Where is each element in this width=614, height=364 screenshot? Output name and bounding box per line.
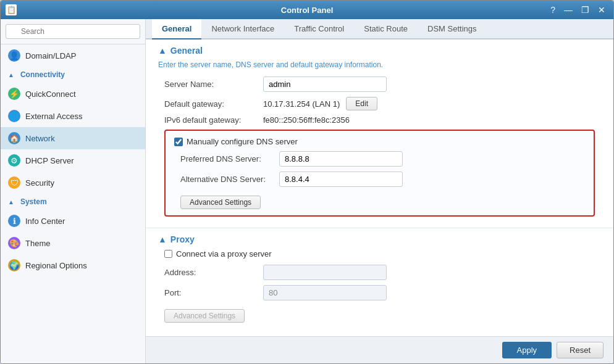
dns-checkbox[interactable] — [174, 138, 183, 146]
content-area: General Network Interface Traffic Contro… — [146, 19, 613, 363]
sidebar-section-connectivity: ▲ Connectivity — [1, 67, 145, 83]
default-gateway-label: Default gateway: — [164, 99, 263, 109]
dns-configuration-box: Manually configure DNS server Preferred … — [164, 130, 595, 217]
proxy-address-row: Address: — [158, 265, 601, 280]
sidebar-label-external-access: External Access — [25, 112, 83, 121]
theme-icon: 🎨 — [8, 237, 20, 249]
sidebar-item-info-center[interactable]: ℹ Info Center — [1, 210, 145, 232]
sidebar-item-quickconnect[interactable]: ⚡ QuickConnect — [1, 83, 145, 105]
proxy-port-row: Port: — [158, 285, 601, 300]
default-gateway-value: 10.17.31.254 (LAN 1) — [263, 99, 340, 109]
alternative-dns-label: Alternative DNS Server: — [180, 175, 279, 184]
sidebar-label-network: Network — [25, 134, 55, 143]
apply-button[interactable]: Apply — [502, 342, 552, 358]
proxy-section-title: ▲ Proxy — [158, 234, 601, 244]
dns-checkbox-label[interactable]: Manually configure DNS server — [187, 137, 298, 146]
titlebar-controls: ? — ❐ ✕ — [547, 4, 608, 16]
sidebar-label-info-center: Info Center — [25, 217, 65, 226]
search-input[interactable] — [6, 24, 140, 39]
proxy-address-input[interactable] — [263, 265, 387, 280]
sidebar-item-dhcp-server[interactable]: ⚙ DHCP Server — [1, 149, 145, 172]
general-section: ▲ General Enter the server name, DNS ser… — [146, 39, 613, 228]
sidebar-item-theme[interactable]: 🎨 Theme — [1, 232, 145, 254]
preferred-dns-input[interactable] — [279, 151, 403, 167]
proxy-advanced-settings-button[interactable]: Advanced Settings — [164, 309, 245, 323]
sidebar-item-domain-ldap[interactable]: 👤 Domain/LDAP — [1, 44, 145, 67]
sidebar-search-container: 🔍 — [1, 19, 145, 44]
collapse-general-icon[interactable]: ▲ — [158, 46, 167, 56]
edit-gateway-button[interactable]: Edit — [346, 97, 377, 110]
proxy-section: ▲ Proxy Connect via a proxy server Addre… — [146, 228, 613, 329]
proxy-connect-label[interactable]: Connect via a proxy server — [176, 249, 272, 259]
sidebar-label-theme: Theme — [25, 239, 50, 248]
proxy-address-label: Address: — [164, 268, 263, 277]
tab-bar: General Network Interface Traffic Contro… — [146, 19, 613, 39]
search-wrap: 🔍 — [6, 24, 140, 39]
regional-icon: 🌍 — [8, 259, 20, 271]
dhcp-icon: ⚙ — [8, 154, 20, 167]
general-section-title: ▲ General — [158, 46, 601, 56]
sidebar-label-dhcp-server: DHCP Server — [25, 156, 74, 165]
network-icon: 🏠 — [8, 132, 20, 144]
alternative-dns-input[interactable] — [279, 172, 403, 187]
app-icon: 📋 — [6, 4, 17, 15]
minimize-button[interactable]: — — [561, 4, 576, 16]
dns-checkbox-row[interactable]: Manually configure DNS server — [174, 137, 585, 146]
help-button[interactable]: ? — [547, 4, 558, 16]
ipv6-label: IPv6 default gateway: — [164, 115, 263, 125]
tab-traffic-control[interactable]: Traffic Control — [284, 19, 354, 39]
server-name-label: Server Name: — [164, 80, 263, 89]
maximize-button[interactable]: ❐ — [578, 4, 592, 16]
preferred-dns-label: Preferred DNS Server: — [180, 154, 279, 163]
general-title-text: General — [170, 46, 203, 56]
info-center-icon: ℹ — [8, 215, 20, 227]
server-name-row: Server Name: — [158, 77, 601, 92]
tab-dsm-settings[interactable]: DSM Settings — [418, 19, 486, 39]
sidebar-item-security[interactable]: 🛡 Security — [1, 172, 145, 194]
close-button[interactable]: ✕ — [595, 4, 608, 16]
sidebar-item-network[interactable]: 🏠 Network — [1, 127, 145, 149]
tab-content: ▲ General Enter the server name, DNS ser… — [146, 39, 613, 336]
dns-advanced-settings-button[interactable]: Advanced Settings — [180, 196, 261, 209]
main-content: 🔍 👤 Domain/LDAP ▲ Connectivity ⚡ QuickCo… — [1, 19, 613, 363]
ipv6-value: fe80::250:56ff:fe8c:2356 — [263, 115, 350, 125]
tab-static-route[interactable]: Static Route — [354, 19, 418, 39]
connectivity-label: Connectivity — [20, 70, 65, 79]
reset-button[interactable]: Reset — [557, 342, 603, 358]
tab-general[interactable]: General — [152, 19, 201, 39]
connectivity-chevron: ▲ — [8, 72, 14, 78]
sidebar-label-quickconnect: QuickConnect — [25, 89, 76, 99]
proxy-connect-row[interactable]: Connect via a proxy server — [158, 249, 601, 259]
sidebar-label-regional-options: Regional Options — [25, 261, 87, 270]
sidebar-item-regional-options[interactable]: 🌍 Regional Options — [1, 254, 145, 276]
proxy-checkbox[interactable] — [164, 250, 172, 258]
preferred-dns-row: Preferred DNS Server: — [174, 151, 585, 167]
domain-ldap-icon: 👤 — [8, 49, 20, 62]
proxy-port-input[interactable] — [263, 285, 387, 300]
ipv6-gateway-row: IPv6 default gateway: fe80::250:56ff:fe8… — [158, 115, 601, 125]
proxy-title-text: Proxy — [170, 234, 195, 244]
general-description: Enter the server name, DNS server and de… — [158, 60, 601, 69]
alternative-dns-row: Alternative DNS Server: — [174, 172, 585, 187]
system-chevron: ▲ — [8, 199, 14, 205]
control-panel-window: 📋 Control Panel ? — ❐ ✕ 🔍 👤 Domain/LDAP — [0, 0, 614, 364]
default-gateway-row: Default gateway: 10.17.31.254 (LAN 1) Ed… — [158, 97, 601, 110]
external-access-icon: 🌐 — [8, 110, 20, 122]
titlebar-left: 📋 — [6, 4, 17, 15]
system-label: System — [20, 197, 47, 206]
quickconnect-icon: ⚡ — [8, 88, 20, 100]
sidebar-label-security: Security — [25, 178, 54, 188]
window-title: Control Panel — [281, 6, 334, 15]
tab-network-interface[interactable]: Network Interface — [201, 19, 284, 39]
server-name-input[interactable] — [263, 77, 387, 92]
proxy-port-label: Port: — [164, 288, 263, 297]
sidebar-label-domain-ldap: Domain/LDAP — [25, 51, 76, 60]
security-icon: 🛡 — [8, 176, 20, 189]
sidebar-item-external-access[interactable]: 🌐 External Access — [1, 105, 145, 127]
sidebar: 🔍 👤 Domain/LDAP ▲ Connectivity ⚡ QuickCo… — [1, 19, 146, 363]
collapse-proxy-icon[interactable]: ▲ — [158, 234, 167, 244]
footer: Apply Reset — [146, 336, 613, 363]
sidebar-section-system: ▲ System — [1, 194, 145, 210]
titlebar: 📋 Control Panel ? — ❐ ✕ — [1, 1, 613, 19]
